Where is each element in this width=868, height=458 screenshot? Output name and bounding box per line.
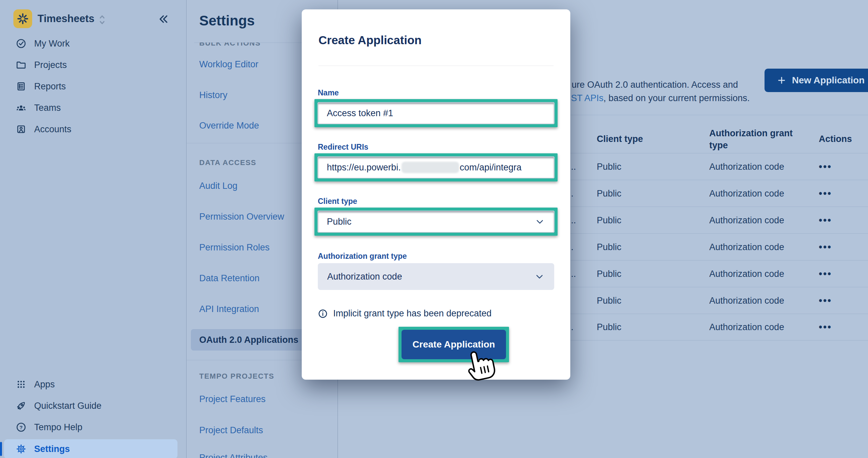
- nav-link-override-mode[interactable]: Override Mode: [199, 121, 259, 131]
- grant-type-label: Authorization grant type: [318, 252, 407, 261]
- sidebar-item-settings[interactable]: Settings: [0, 438, 186, 458]
- nav-link-project-features[interactable]: Project Features: [199, 394, 266, 404]
- apps-grid-icon: [16, 379, 27, 390]
- sidebar-item-label: Settings: [34, 444, 70, 454]
- grant-type-select[interactable]: Authorization code: [318, 263, 554, 290]
- section-tempo-projects: TEMPO PROJECTS: [199, 372, 274, 381]
- row-client-type: Public: [597, 161, 622, 172]
- row-name-fragment: .: [571, 242, 574, 252]
- divider: [318, 66, 554, 66]
- row-name-fragment: .: [571, 322, 574, 332]
- name-input[interactable]: Access token #1: [317, 102, 555, 124]
- sidebar-item-accounts[interactable]: Accounts: [0, 119, 186, 140]
- row-actions-menu-button[interactable]: •••: [819, 215, 832, 226]
- row-grant-type: Authorization code: [709, 322, 784, 332]
- row-grant-type: Authorization code: [709, 295, 784, 306]
- row-client-type: Public: [597, 215, 622, 225]
- settings-panel-title: Settings: [199, 13, 255, 29]
- nav-link-permission-roles[interactable]: Permission Roles: [199, 242, 270, 253]
- sidebar-item-label: My Work: [34, 38, 70, 49]
- plus-icon: [777, 75, 786, 86]
- new-application-button[interactable]: New Application: [765, 69, 868, 92]
- row-name-fragment: ..: [571, 268, 576, 279]
- redirect-uris-label: Redirect URIs: [318, 143, 368, 152]
- nav-link-worklog-editor[interactable]: Worklog Editor: [199, 59, 258, 70]
- gear-icon: [16, 443, 27, 455]
- deprecation-note: Implicit grant type has been deprecated: [318, 308, 492, 319]
- rocket-icon: [16, 400, 27, 412]
- row-name-fragment: .: [571, 188, 574, 199]
- sidebar-item-projects[interactable]: Projects: [0, 54, 186, 76]
- starburst-icon: [16, 12, 29, 26]
- row-actions-menu-button[interactable]: •••: [819, 295, 832, 306]
- page-description-line2: ST APIs, based on your current permissio…: [571, 93, 750, 103]
- sidebar-item-label: Reports: [34, 81, 66, 92]
- row-client-type: Public: [597, 242, 622, 252]
- sidebar-item-label: Projects: [34, 60, 67, 70]
- row-actions-menu-button[interactable]: •••: [819, 268, 832, 279]
- nav-link-permission-overview[interactable]: Permission Overview: [199, 211, 284, 222]
- app-switcher[interactable]: Timesheets: [0, 0, 186, 37]
- row-name-fragment: ..: [571, 161, 576, 172]
- check-circle-icon: [16, 38, 27, 49]
- rest-apis-link[interactable]: ST APIs: [571, 93, 603, 103]
- name-field-label: Name: [318, 88, 339, 97]
- nav-link-project-defaults[interactable]: Project Defaults: [199, 425, 263, 435]
- app-title: Timesheets: [37, 13, 94, 25]
- row-actions-menu-button[interactable]: •••: [819, 161, 832, 172]
- row-grant-type: Authorization code: [709, 215, 784, 225]
- redirect-uris-input[interactable]: https://eu.powerbi.com/api/integra: [317, 156, 555, 178]
- sidebar-item-reports[interactable]: Reports: [0, 76, 186, 97]
- sidebar-item-apps[interactable]: Apps: [0, 373, 186, 395]
- row-client-type: Public: [597, 295, 622, 306]
- info-icon: [318, 309, 328, 319]
- tempo-logo: [13, 9, 32, 28]
- report-list-icon: [16, 81, 27, 92]
- app-window: Timesheets My Work: [0, 0, 868, 458]
- client-type-label: Client type: [318, 197, 357, 206]
- sidebar-item-my-work[interactable]: My Work: [0, 33, 186, 54]
- chevron-down-icon: [534, 271, 545, 282]
- modal-title: Create Application: [318, 33, 422, 47]
- page-description-line1: ure OAuth 2.0 authentication. Access and: [571, 80, 738, 90]
- nav-link-audit-log[interactable]: Audit Log: [199, 181, 238, 191]
- row-grant-type: Authorization code: [709, 242, 784, 252]
- row-actions-menu-button[interactable]: •••: [819, 322, 832, 333]
- row-grant-type: Authorization code: [709, 268, 784, 279]
- app-switcher-chevrons-icon[interactable]: [96, 13, 108, 26]
- row-client-type: Public: [597, 322, 622, 332]
- row-grant-type: Authorization code: [709, 188, 784, 199]
- nav-link-api-integration[interactable]: API Integration: [199, 304, 259, 315]
- row-client-type: Public: [597, 188, 622, 199]
- nav-link-data-retention[interactable]: Data Retention: [199, 273, 259, 284]
- redacted-text-blur: [402, 162, 459, 173]
- name-field-highlight: Access token #1: [314, 99, 558, 127]
- sidebar-item-teams[interactable]: Teams: [0, 97, 186, 119]
- chevron-down-icon: [534, 216, 545, 227]
- nav-link-project-attributes-clipped[interactable]: Project Attributes: [199, 453, 268, 458]
- client-type-select[interactable]: Public: [317, 210, 555, 233]
- sidebar-item-label: Apps: [34, 379, 55, 390]
- row-actions-menu-button[interactable]: •••: [819, 241, 832, 253]
- teams-people-icon: [16, 102, 27, 113]
- clipped-section-bulk-actions: BULK ACTIONS: [199, 42, 300, 48]
- folder-icon: [16, 59, 27, 71]
- row-grant-type: Authorization code: [709, 161, 784, 172]
- sidebar-item-quickstart[interactable]: Quickstart Guide: [0, 395, 186, 417]
- sidebar-item-label: Teams: [34, 103, 61, 113]
- help-circle-icon: ?: [16, 422, 27, 433]
- nav-link-history[interactable]: History: [199, 90, 227, 100]
- row-actions-menu-button[interactable]: •••: [819, 188, 832, 199]
- svg-text:?: ?: [20, 425, 23, 430]
- primary-sidebar: Timesheets My Work: [0, 0, 187, 458]
- collapse-sidebar-icon[interactable]: [157, 13, 170, 26]
- sidebar-item-tempo-help[interactable]: ? Tempo Help: [0, 417, 186, 438]
- column-header-actions: Actions: [819, 134, 852, 144]
- sidebar-item-label: Quickstart Guide: [34, 401, 101, 411]
- row-client-type: Public: [597, 268, 622, 279]
- sidebar-item-label: Tempo Help: [34, 422, 82, 432]
- page-description-line2-rest: , based on your current permissions.: [603, 93, 750, 103]
- section-data-access: DATA ACCESS: [199, 158, 256, 167]
- create-application-modal: Create Application Name Access token #1 …: [302, 9, 570, 380]
- row-name-fragment: ..: [571, 215, 576, 225]
